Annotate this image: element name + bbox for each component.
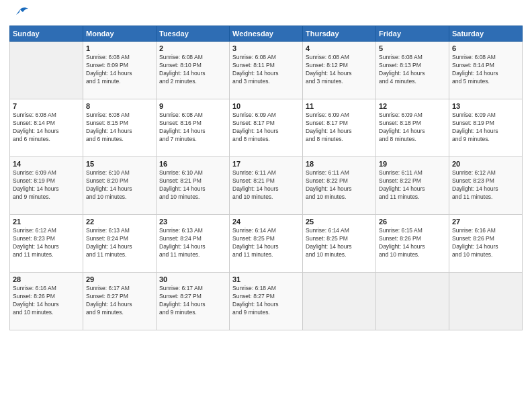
day-number: 20 bbox=[452, 160, 519, 168]
day-number: 1 bbox=[86, 44, 153, 52]
calendar-cell: 31Sunrise: 6:18 AMSunset: 8:27 PMDayligh… bbox=[230, 273, 303, 330]
day-number: 12 bbox=[379, 102, 446, 110]
calendar-header-sunday: Sunday bbox=[10, 26, 83, 42]
day-info: Sunrise: 6:08 AMSunset: 8:10 PMDaylight:… bbox=[159, 54, 226, 86]
calendar-cell: 16Sunrise: 6:10 AMSunset: 8:21 PMDayligh… bbox=[157, 157, 230, 215]
calendar-header-saturday: Saturday bbox=[449, 26, 523, 42]
calendar-cell: 26Sunrise: 6:15 AMSunset: 8:26 PMDayligh… bbox=[376, 215, 449, 273]
calendar-header-row: SundayMondayTuesdayWednesdayThursdayFrid… bbox=[10, 26, 523, 42]
day-info: Sunrise: 6:13 AMSunset: 8:24 PMDaylight:… bbox=[159, 227, 226, 259]
day-number: 31 bbox=[232, 275, 300, 283]
calendar-cell: 25Sunrise: 6:14 AMSunset: 8:25 PMDayligh… bbox=[303, 215, 376, 273]
calendar-cell: 13Sunrise: 6:09 AMSunset: 8:19 PMDayligh… bbox=[449, 99, 523, 157]
day-number: 23 bbox=[159, 218, 226, 226]
calendar-cell: 11Sunrise: 6:09 AMSunset: 8:17 PMDayligh… bbox=[303, 99, 376, 157]
calendar-cell: 22Sunrise: 6:13 AMSunset: 8:24 PMDayligh… bbox=[83, 215, 157, 273]
day-info: Sunrise: 6:16 AMSunset: 8:26 PMDaylight:… bbox=[13, 285, 80, 317]
day-number: 14 bbox=[13, 160, 80, 168]
calendar-cell: 24Sunrise: 6:14 AMSunset: 8:25 PMDayligh… bbox=[230, 215, 303, 273]
day-info: Sunrise: 6:08 AMSunset: 8:11 PMDaylight:… bbox=[232, 54, 300, 86]
calendar-week-5: 28Sunrise: 6:16 AMSunset: 8:26 PMDayligh… bbox=[10, 273, 523, 330]
header bbox=[9, 7, 523, 21]
day-info: Sunrise: 6:12 AMSunset: 8:23 PMDaylight:… bbox=[13, 227, 80, 259]
calendar-header-tuesday: Tuesday bbox=[157, 26, 230, 42]
calendar-header-wednesday: Wednesday bbox=[230, 26, 303, 42]
calendar-cell: 4Sunrise: 6:08 AMSunset: 8:12 PMDaylight… bbox=[303, 42, 376, 99]
day-info: Sunrise: 6:13 AMSunset: 8:24 PMDaylight:… bbox=[86, 227, 153, 259]
page-container: SundayMondayTuesdayWednesdayThursdayFrid… bbox=[0, 0, 532, 337]
calendar-cell: 23Sunrise: 6:13 AMSunset: 8:24 PMDayligh… bbox=[157, 215, 230, 273]
calendar-cell: 5Sunrise: 6:08 AMSunset: 8:13 PMDaylight… bbox=[376, 42, 449, 99]
calendar-week-1: 1Sunrise: 6:08 AMSunset: 8:09 PMDaylight… bbox=[10, 42, 523, 99]
day-info: Sunrise: 6:09 AMSunset: 8:17 PMDaylight:… bbox=[306, 111, 373, 144]
calendar-cell: 1Sunrise: 6:08 AMSunset: 8:09 PMDaylight… bbox=[83, 42, 157, 99]
day-number: 2 bbox=[159, 44, 226, 52]
logo bbox=[9, 7, 30, 21]
day-info: Sunrise: 6:17 AMSunset: 8:27 PMDaylight:… bbox=[159, 285, 226, 317]
calendar-cell: 27Sunrise: 6:16 AMSunset: 8:26 PMDayligh… bbox=[449, 215, 523, 273]
calendar-cell: 7Sunrise: 6:08 AMSunset: 8:14 PMDaylight… bbox=[10, 99, 83, 157]
day-number: 7 bbox=[13, 102, 80, 110]
day-number: 9 bbox=[159, 102, 226, 110]
calendar-week-3: 14Sunrise: 6:09 AMSunset: 8:19 PMDayligh… bbox=[10, 157, 523, 215]
day-info: Sunrise: 6:08 AMSunset: 8:13 PMDaylight:… bbox=[379, 54, 446, 86]
day-number: 25 bbox=[306, 218, 373, 226]
calendar-table: SundayMondayTuesdayWednesdayThursdayFrid… bbox=[9, 26, 523, 330]
day-number: 4 bbox=[306, 44, 373, 52]
day-info: Sunrise: 6:08 AMSunset: 8:14 PMDaylight:… bbox=[13, 111, 80, 144]
day-number: 6 bbox=[452, 44, 519, 52]
day-info: Sunrise: 6:08 AMSunset: 8:15 PMDaylight:… bbox=[86, 111, 153, 144]
calendar-cell: 19Sunrise: 6:11 AMSunset: 8:22 PMDayligh… bbox=[376, 157, 449, 215]
calendar-cell: 6Sunrise: 6:08 AMSunset: 8:14 PMDaylight… bbox=[449, 42, 523, 99]
calendar-header-thursday: Thursday bbox=[303, 26, 376, 42]
day-number: 15 bbox=[86, 160, 153, 168]
day-info: Sunrise: 6:09 AMSunset: 8:19 PMDaylight:… bbox=[13, 169, 80, 201]
day-number: 21 bbox=[13, 218, 80, 226]
day-info: Sunrise: 6:14 AMSunset: 8:25 PMDaylight:… bbox=[232, 227, 300, 259]
day-number: 28 bbox=[13, 275, 80, 283]
calendar-cell: 17Sunrise: 6:11 AMSunset: 8:21 PMDayligh… bbox=[230, 157, 303, 215]
day-number: 10 bbox=[232, 102, 300, 110]
day-number: 13 bbox=[452, 102, 519, 110]
calendar-cell: 20Sunrise: 6:12 AMSunset: 8:23 PMDayligh… bbox=[449, 157, 523, 215]
day-number: 29 bbox=[86, 275, 153, 283]
calendar-cell: 12Sunrise: 6:09 AMSunset: 8:18 PMDayligh… bbox=[376, 99, 449, 157]
day-info: Sunrise: 6:08 AMSunset: 8:12 PMDaylight:… bbox=[306, 54, 373, 86]
day-info: Sunrise: 6:14 AMSunset: 8:25 PMDaylight:… bbox=[306, 227, 373, 259]
day-number: 18 bbox=[306, 160, 373, 168]
calendar-cell bbox=[376, 273, 449, 330]
calendar-cell: 30Sunrise: 6:17 AMSunset: 8:27 PMDayligh… bbox=[157, 273, 230, 330]
day-number: 22 bbox=[86, 218, 153, 226]
day-number: 11 bbox=[306, 102, 373, 110]
calendar-cell: 21Sunrise: 6:12 AMSunset: 8:23 PMDayligh… bbox=[10, 215, 83, 273]
day-info: Sunrise: 6:08 AMSunset: 8:14 PMDaylight:… bbox=[452, 54, 519, 86]
calendar-cell: 2Sunrise: 6:08 AMSunset: 8:10 PMDaylight… bbox=[157, 42, 230, 99]
day-number: 24 bbox=[232, 218, 300, 226]
day-number: 3 bbox=[232, 44, 300, 52]
calendar-cell: 14Sunrise: 6:09 AMSunset: 8:19 PMDayligh… bbox=[10, 157, 83, 215]
day-number: 30 bbox=[159, 275, 226, 283]
day-info: Sunrise: 6:11 AMSunset: 8:22 PMDaylight:… bbox=[379, 169, 446, 201]
day-info: Sunrise: 6:09 AMSunset: 8:18 PMDaylight:… bbox=[379, 111, 446, 144]
day-info: Sunrise: 6:16 AMSunset: 8:26 PMDaylight:… bbox=[452, 227, 519, 259]
calendar-cell: 28Sunrise: 6:16 AMSunset: 8:26 PMDayligh… bbox=[10, 273, 83, 330]
calendar-cell: 8Sunrise: 6:08 AMSunset: 8:15 PMDaylight… bbox=[83, 99, 157, 157]
day-number: 26 bbox=[379, 218, 446, 226]
calendar-cell bbox=[303, 273, 376, 330]
calendar-week-2: 7Sunrise: 6:08 AMSunset: 8:14 PMDaylight… bbox=[10, 99, 523, 157]
day-number: 27 bbox=[452, 218, 519, 226]
calendar-header-monday: Monday bbox=[83, 26, 157, 42]
day-info: Sunrise: 6:11 AMSunset: 8:22 PMDaylight:… bbox=[306, 169, 373, 201]
calendar-cell: 29Sunrise: 6:17 AMSunset: 8:27 PMDayligh… bbox=[83, 273, 157, 330]
day-info: Sunrise: 6:09 AMSunset: 8:19 PMDaylight:… bbox=[452, 111, 519, 144]
day-info: Sunrise: 6:18 AMSunset: 8:27 PMDaylight:… bbox=[232, 285, 300, 317]
calendar-cell bbox=[10, 42, 83, 99]
day-info: Sunrise: 6:10 AMSunset: 8:20 PMDaylight:… bbox=[86, 169, 153, 201]
day-info: Sunrise: 6:17 AMSunset: 8:27 PMDaylight:… bbox=[86, 285, 153, 317]
day-info: Sunrise: 6:15 AMSunset: 8:26 PMDaylight:… bbox=[379, 227, 446, 259]
day-number: 19 bbox=[379, 160, 446, 168]
calendar-cell bbox=[449, 273, 523, 330]
day-info: Sunrise: 6:08 AMSunset: 8:09 PMDaylight:… bbox=[86, 54, 153, 86]
day-number: 17 bbox=[232, 160, 300, 168]
calendar-cell: 15Sunrise: 6:10 AMSunset: 8:20 PMDayligh… bbox=[83, 157, 157, 215]
